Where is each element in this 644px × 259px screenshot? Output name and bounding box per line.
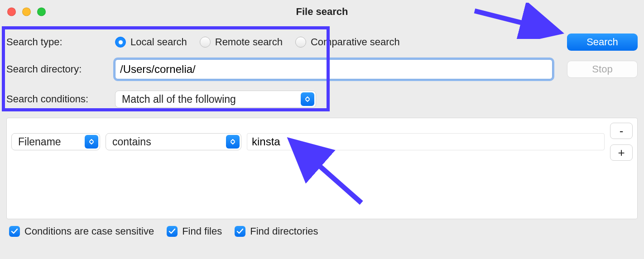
check-find-files[interactable]: Find files xyxy=(167,225,222,237)
window-title: File search xyxy=(296,6,348,18)
select-value: Filename xyxy=(18,136,61,148)
add-condition-button[interactable]: + xyxy=(610,144,633,161)
stop-button[interactable]: Stop xyxy=(567,61,638,78)
options-row: Conditions are case sensitive Find files… xyxy=(6,225,638,237)
radio-icon xyxy=(115,37,126,48)
close-icon[interactable] xyxy=(7,8,16,16)
search-directory-label: Search directory: xyxy=(6,63,115,75)
search-form: Search type: Local search Remote search … xyxy=(6,30,638,111)
chevron-up-down-icon xyxy=(85,135,98,149)
radio-label: Remote search xyxy=(215,36,283,48)
remove-condition-button[interactable]: - xyxy=(610,123,633,139)
condition-row: Filename contains - + xyxy=(11,123,633,161)
zoom-icon[interactable] xyxy=(37,8,46,16)
select-value: contains xyxy=(112,136,151,148)
conditions-panel: Filename contains - + xyxy=(6,118,638,219)
chevron-up-down-icon xyxy=(301,92,314,106)
condition-value-input[interactable] xyxy=(247,133,605,150)
checkbox-label: Conditions are case sensitive xyxy=(24,225,154,237)
check-find-directories[interactable]: Find directories xyxy=(235,225,318,237)
search-directory-input[interactable] xyxy=(115,59,553,79)
check-case-sensitive[interactable]: Conditions are case sensitive xyxy=(9,225,154,237)
search-conditions-label: Search conditions: xyxy=(6,93,115,105)
minimize-icon[interactable] xyxy=(22,8,31,16)
condition-op-select[interactable]: contains xyxy=(106,133,241,150)
checkbox-checked-icon xyxy=(167,226,178,237)
radio-remote-search[interactable]: Remote search xyxy=(200,36,283,48)
checkbox-checked-icon xyxy=(235,226,245,237)
radio-icon xyxy=(295,37,306,48)
title-bar: File search xyxy=(0,0,644,24)
checkbox-checked-icon xyxy=(9,226,20,237)
radio-comparative-search[interactable]: Comparative search xyxy=(295,36,400,48)
radio-label: Local search xyxy=(130,36,187,48)
checkbox-label: Find directories xyxy=(250,225,318,237)
search-conditions-select[interactable]: Match all of the following xyxy=(115,91,316,108)
checkbox-label: Find files xyxy=(182,225,222,237)
radio-label: Comparative search xyxy=(311,36,400,48)
select-value: Match all of the following xyxy=(122,93,236,106)
chevron-up-down-icon xyxy=(226,135,240,149)
search-button[interactable]: Search xyxy=(567,34,638,51)
radio-icon xyxy=(200,37,211,48)
search-type-label: Search type: xyxy=(6,36,115,48)
radio-local-search[interactable]: Local search xyxy=(115,36,187,48)
window-controls xyxy=(7,8,46,16)
condition-field-select[interactable]: Filename xyxy=(11,133,100,150)
